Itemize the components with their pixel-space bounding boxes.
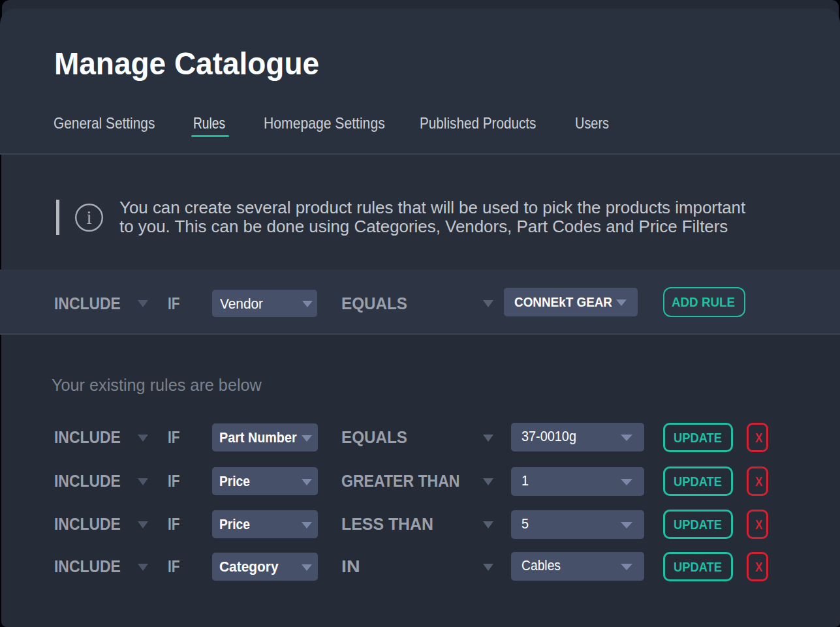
svg-text:i: i bbox=[86, 207, 91, 228]
